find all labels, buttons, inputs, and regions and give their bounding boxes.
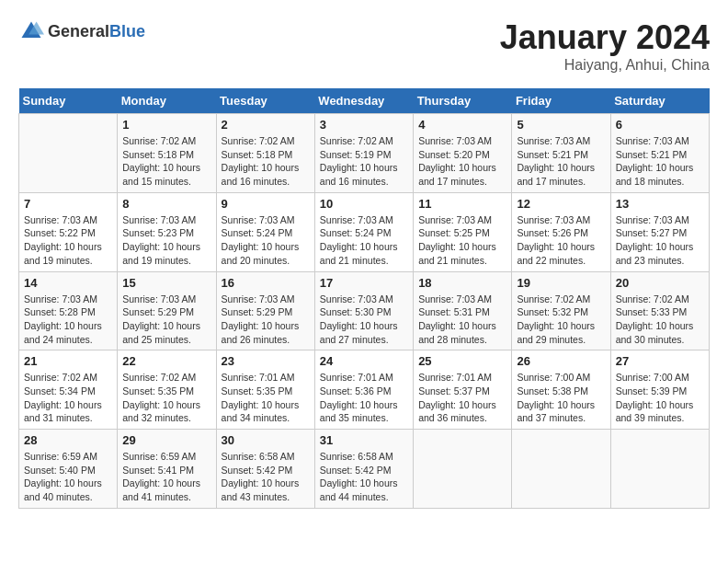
day-info: Sunrise: 6:59 AMSunset: 5:41 PMDaylight:…: [122, 450, 210, 504]
calendar-cell: 4Sunrise: 7:03 AMSunset: 5:20 PMDaylight…: [414, 114, 512, 193]
day-number: 23: [222, 354, 310, 368]
day-info: Sunrise: 7:03 AMSunset: 5:31 PMDaylight:…: [418, 293, 506, 347]
calendar-week-row: 28Sunrise: 6:59 AMSunset: 5:40 PMDayligh…: [19, 430, 710, 509]
calendar-cell: 9Sunrise: 7:03 AMSunset: 5:24 PMDaylight…: [216, 192, 314, 271]
day-info: Sunrise: 7:02 AMSunset: 5:34 PMDaylight:…: [24, 371, 112, 425]
calendar-table: SundayMondayTuesdayWednesdayThursdayFrid…: [18, 88, 710, 509]
calendar-cell: [610, 430, 709, 509]
calendar-cell: 5Sunrise: 7:03 AMSunset: 5:21 PMDaylight…: [512, 114, 610, 193]
day-info: Sunrise: 7:00 AMSunset: 5:39 PMDaylight:…: [616, 371, 704, 425]
day-number: 24: [320, 354, 408, 368]
day-info: Sunrise: 7:02 AMSunset: 5:19 PMDaylight:…: [320, 134, 408, 189]
day-info: Sunrise: 7:03 AMSunset: 5:29 PMDaylight:…: [222, 293, 310, 347]
calendar-cell: 30Sunrise: 6:58 AMSunset: 5:42 PMDayligh…: [216, 430, 314, 509]
calendar-cell: 28Sunrise: 6:59 AMSunset: 5:40 PMDayligh…: [19, 430, 118, 509]
calendar-cell: 20Sunrise: 7:02 AMSunset: 5:33 PMDayligh…: [610, 271, 709, 350]
calendar-cell: 18Sunrise: 7:03 AMSunset: 5:31 PMDayligh…: [414, 271, 512, 350]
day-info: Sunrise: 7:00 AMSunset: 5:38 PMDaylight:…: [517, 371, 605, 425]
weekday-header-monday: Monday: [118, 88, 216, 114]
month-year-title: January 2024: [500, 18, 710, 57]
day-number: 15: [122, 276, 210, 290]
page-header: GeneralBlue January 2024 Haiyang, Anhui,…: [18, 18, 710, 74]
day-number: 21: [24, 354, 112, 368]
day-number: 9: [222, 197, 310, 211]
day-info: Sunrise: 6:59 AMSunset: 5:40 PMDaylight:…: [24, 450, 112, 504]
calendar-cell: 12Sunrise: 7:03 AMSunset: 5:26 PMDayligh…: [512, 192, 610, 271]
calendar-week-row: 21Sunrise: 7:02 AMSunset: 5:34 PMDayligh…: [19, 350, 710, 430]
day-info: Sunrise: 7:02 AMSunset: 5:32 PMDaylight:…: [517, 293, 605, 347]
calendar-cell: 24Sunrise: 7:01 AMSunset: 5:36 PMDayligh…: [314, 350, 413, 430]
calendar-cell: [19, 114, 118, 193]
calendar-cell: 19Sunrise: 7:02 AMSunset: 5:32 PMDayligh…: [512, 271, 610, 350]
day-info: Sunrise: 6:58 AMSunset: 5:42 PMDaylight:…: [222, 450, 310, 504]
calendar-cell: 21Sunrise: 7:02 AMSunset: 5:34 PMDayligh…: [19, 350, 118, 430]
logo-icon: [18, 18, 44, 44]
calendar-cell: 16Sunrise: 7:03 AMSunset: 5:29 PMDayligh…: [216, 271, 314, 350]
logo-blue-text: Blue: [109, 22, 145, 40]
calendar-cell: 3Sunrise: 7:02 AMSunset: 5:19 PMDaylight…: [314, 114, 413, 193]
day-info: Sunrise: 7:01 AMSunset: 5:35 PMDaylight:…: [222, 371, 310, 425]
calendar-cell: 26Sunrise: 7:00 AMSunset: 5:38 PMDayligh…: [512, 350, 610, 430]
calendar-cell: 31Sunrise: 6:58 AMSunset: 5:42 PMDayligh…: [314, 430, 413, 509]
day-number: 17: [320, 276, 408, 290]
calendar-cell: [512, 430, 610, 509]
calendar-cell: 10Sunrise: 7:03 AMSunset: 5:24 PMDayligh…: [314, 192, 413, 271]
day-number: 26: [517, 354, 605, 368]
calendar-cell: 23Sunrise: 7:01 AMSunset: 5:35 PMDayligh…: [216, 350, 314, 430]
day-number: 18: [418, 276, 506, 290]
day-info: Sunrise: 7:03 AMSunset: 5:26 PMDaylight:…: [517, 213, 605, 268]
calendar-cell: 1Sunrise: 7:02 AMSunset: 5:18 PMDaylight…: [118, 114, 216, 193]
day-number: 29: [122, 433, 210, 447]
day-info: Sunrise: 7:03 AMSunset: 5:27 PMDaylight:…: [616, 213, 704, 268]
day-number: 19: [517, 276, 605, 290]
day-number: 3: [320, 118, 408, 132]
weekday-header-saturday: Saturday: [610, 88, 709, 114]
day-number: 25: [418, 354, 506, 368]
weekday-header-sunday: Sunday: [19, 88, 118, 114]
day-info: Sunrise: 7:03 AMSunset: 5:24 PMDaylight:…: [320, 213, 408, 268]
calendar-cell: 15Sunrise: 7:03 AMSunset: 5:29 PMDayligh…: [118, 271, 216, 350]
logo-general-text: General: [48, 22, 109, 40]
day-number: 4: [418, 118, 506, 132]
location-subtitle: Haiyang, Anhui, China: [500, 57, 710, 74]
day-info: Sunrise: 7:01 AMSunset: 5:37 PMDaylight:…: [418, 371, 506, 425]
day-number: 5: [517, 118, 605, 132]
calendar-week-row: 1Sunrise: 7:02 AMSunset: 5:18 PMDaylight…: [19, 114, 710, 193]
calendar-cell: 22Sunrise: 7:02 AMSunset: 5:35 PMDayligh…: [118, 350, 216, 430]
day-number: 28: [24, 433, 112, 447]
day-info: Sunrise: 7:03 AMSunset: 5:21 PMDaylight:…: [616, 134, 704, 189]
calendar-cell: 7Sunrise: 7:03 AMSunset: 5:22 PMDaylight…: [19, 192, 118, 271]
day-number: 6: [616, 118, 704, 132]
day-number: 12: [517, 197, 605, 211]
day-number: 14: [24, 276, 112, 290]
weekday-header-tuesday: Tuesday: [216, 88, 314, 114]
day-number: 30: [222, 433, 310, 447]
calendar-cell: 8Sunrise: 7:03 AMSunset: 5:23 PMDaylight…: [118, 192, 216, 271]
day-info: Sunrise: 7:03 AMSunset: 5:21 PMDaylight:…: [517, 134, 605, 189]
logo: GeneralBlue: [18, 18, 145, 44]
calendar-cell: 27Sunrise: 7:00 AMSunset: 5:39 PMDayligh…: [610, 350, 709, 430]
day-info: Sunrise: 7:02 AMSunset: 5:18 PMDaylight:…: [122, 134, 210, 189]
day-number: 22: [122, 354, 210, 368]
day-number: 11: [418, 197, 506, 211]
day-number: 31: [320, 433, 408, 447]
day-info: Sunrise: 7:02 AMSunset: 5:35 PMDaylight:…: [122, 371, 210, 425]
day-info: Sunrise: 7:03 AMSunset: 5:28 PMDaylight:…: [24, 293, 112, 347]
weekday-header-row: SundayMondayTuesdayWednesdayThursdayFrid…: [19, 88, 710, 114]
calendar-cell: [414, 430, 512, 509]
day-info: Sunrise: 7:03 AMSunset: 5:20 PMDaylight:…: [418, 134, 506, 189]
day-number: 13: [616, 197, 704, 211]
day-info: Sunrise: 7:03 AMSunset: 5:24 PMDaylight:…: [222, 213, 310, 268]
day-number: 27: [616, 354, 704, 368]
calendar-cell: 11Sunrise: 7:03 AMSunset: 5:25 PMDayligh…: [414, 192, 512, 271]
calendar-week-row: 14Sunrise: 7:03 AMSunset: 5:28 PMDayligh…: [19, 271, 710, 350]
day-number: 10: [320, 197, 408, 211]
calendar-cell: 13Sunrise: 7:03 AMSunset: 5:27 PMDayligh…: [610, 192, 709, 271]
calendar-cell: 2Sunrise: 7:02 AMSunset: 5:18 PMDaylight…: [216, 114, 314, 193]
day-number: 7: [24, 197, 112, 211]
day-number: 8: [122, 197, 210, 211]
title-area: January 2024 Haiyang, Anhui, China: [500, 18, 710, 74]
day-info: Sunrise: 7:03 AMSunset: 5:29 PMDaylight:…: [122, 293, 210, 347]
day-info: Sunrise: 7:02 AMSunset: 5:33 PMDaylight:…: [616, 293, 704, 347]
day-number: 20: [616, 276, 704, 290]
